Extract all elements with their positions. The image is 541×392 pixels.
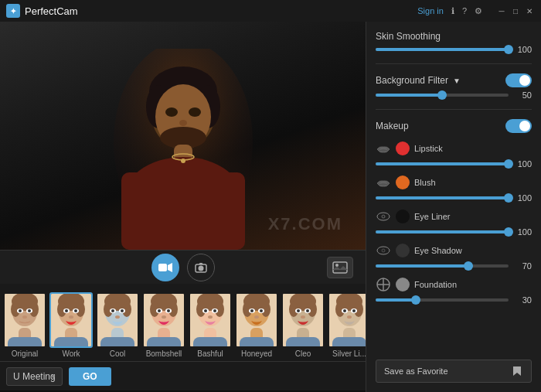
go-button[interactable]: GO (69, 367, 111, 386)
eyeliner-slider-row: 100 (376, 227, 532, 237)
blush-value: 100 (513, 193, 532, 203)
sign-in-link[interactable]: Sign in (417, 6, 444, 15)
filter-item[interactable]: Silver Li... (328, 292, 366, 361)
info-icon[interactable]: ℹ (451, 6, 454, 16)
filter-item[interactable]: Cleo (281, 292, 325, 361)
foundation-track[interactable] (376, 298, 509, 302)
filter-label: Cleo (295, 349, 311, 361)
save-favorite-label: Save as Favorite (384, 366, 448, 376)
titlebar: ✦ PerfectCam Sign in ℹ ? ⚙ ─ □ ✕ (0, 0, 541, 22)
blush-thumb[interactable] (504, 193, 513, 203)
camera-controls (0, 250, 366, 284)
filter-item[interactable]: Honeyed (235, 292, 278, 361)
lipstick-thumb[interactable] (504, 159, 513, 169)
makeup-control: Makeup (376, 119, 532, 133)
filter-label: Silver Li... (332, 349, 366, 361)
svg-point-8 (179, 120, 187, 126)
blush-color[interactable] (396, 176, 410, 189)
maximize-button[interactable]: □ (510, 5, 521, 16)
svg-point-20 (335, 264, 339, 267)
eyeshadow-header: Eye Shadow (376, 243, 532, 258)
eyeliner-header: Eye Liner (376, 209, 532, 224)
makeup-toggle[interactable] (505, 119, 532, 133)
svg-point-7 (189, 107, 201, 117)
eye-shadow-icon (376, 243, 391, 258)
meeting-select[interactable]: U MeetingZoomTeamsSkype (6, 367, 63, 386)
background-filter-control: Background Filter ▼ 50 (376, 73, 532, 100)
foundation-item: Foundation 30 (376, 277, 532, 305)
bottom-bar: U MeetingZoomTeamsSkype GO (0, 361, 366, 390)
blush-header: Blush (376, 175, 532, 190)
filter-item[interactable]: Bombshell (142, 292, 185, 361)
svg-point-77 (213, 309, 216, 312)
close-button[interactable]: ✕ (524, 5, 535, 16)
watermark: X7.COM (268, 214, 342, 234)
filter-thumb (281, 292, 325, 348)
save-favorite-button[interactable]: Save as Favorite (376, 360, 532, 383)
right-panel: Skin Smoothing 100 Background Filter ▼ (366, 22, 541, 392)
foundation-color[interactable] (396, 278, 410, 291)
lipstick-track[interactable] (376, 162, 509, 165)
eyeshadow-slider-row: 70 (376, 261, 532, 271)
filter-thumb (49, 292, 93, 348)
foundation-label: Foundation (414, 280, 532, 289)
filter-label: Bashful (197, 349, 223, 361)
eyeliner-value: 100 (513, 227, 532, 237)
eyeliner-color[interactable] (396, 210, 410, 223)
eyeliner-thumb[interactable] (504, 227, 513, 237)
foundation-thumb[interactable] (411, 295, 420, 305)
eyeshadow-item: Eye Shadow 70 (376, 243, 532, 271)
filter-thumb (3, 292, 46, 348)
skin-smoothing-fill (376, 48, 509, 51)
eyeshadow-fill (376, 264, 468, 268)
svg-rect-92 (240, 337, 274, 346)
eyeliner-item: Eye Liner 100 (376, 209, 532, 237)
svg-point-54 (115, 315, 120, 319)
svg-point-42 (69, 315, 73, 319)
video-icon (158, 262, 172, 273)
background-filter-label: Background Filter ▼ (376, 75, 461, 86)
svg-point-114 (347, 315, 352, 319)
camera-view: X7.COM (0, 22, 366, 250)
eyeshadow-label: Eye Shadow (414, 246, 532, 255)
blush-slider-row: 100 (376, 193, 532, 203)
filter-item[interactable]: Cool (96, 292, 139, 361)
eyeliner-track[interactable] (376, 230, 509, 233)
filter-item[interactable]: Original (3, 292, 46, 361)
filter-item[interactable]: Bashful (189, 292, 232, 361)
filter-item[interactable]: Work (49, 292, 93, 361)
background-filter-thumb[interactable] (437, 90, 447, 100)
svg-point-41 (74, 309, 77, 312)
help-icon[interactable]: ? (462, 6, 467, 15)
window-controls: ─ □ ✕ (496, 5, 535, 16)
skin-smoothing-thumb[interactable] (504, 45, 513, 54)
blush-track[interactable] (376, 196, 509, 199)
skin-smoothing-control: Skin Smoothing 100 (376, 31, 532, 54)
skin-smoothing-value: 100 (513, 45, 532, 54)
camera-controls-inner (0, 254, 366, 281)
svg-point-6 (165, 107, 178, 117)
minimize-button[interactable]: ─ (496, 5, 507, 16)
eyeshadow-track[interactable] (376, 264, 509, 268)
image-button[interactable] (327, 257, 353, 278)
filter-label: Honeyed (241, 349, 272, 361)
svg-point-14 (181, 159, 185, 163)
skin-smoothing-track[interactable] (376, 48, 509, 51)
camera-panel: X7.COM (0, 22, 366, 392)
background-filter-track[interactable] (376, 94, 509, 97)
eyeshadow-thumb[interactable] (464, 261, 473, 271)
background-filter-fill (376, 94, 442, 97)
svg-point-90 (254, 315, 259, 319)
background-filter-slider-row: 50 (376, 90, 532, 100)
settings-icon[interactable]: ⚙ (475, 6, 482, 16)
video-button[interactable] (151, 254, 179, 281)
background-filter-value: 50 (513, 90, 532, 100)
svg-rect-104 (286, 337, 320, 346)
svg-point-112 (343, 309, 346, 312)
svg-marker-16 (168, 263, 172, 272)
svg-point-102 (301, 315, 305, 319)
photo-button[interactable] (187, 254, 215, 281)
eyeshadow-color[interactable] (396, 244, 410, 257)
background-filter-toggle[interactable] (505, 73, 532, 87)
lipstick-color[interactable] (396, 141, 410, 155)
